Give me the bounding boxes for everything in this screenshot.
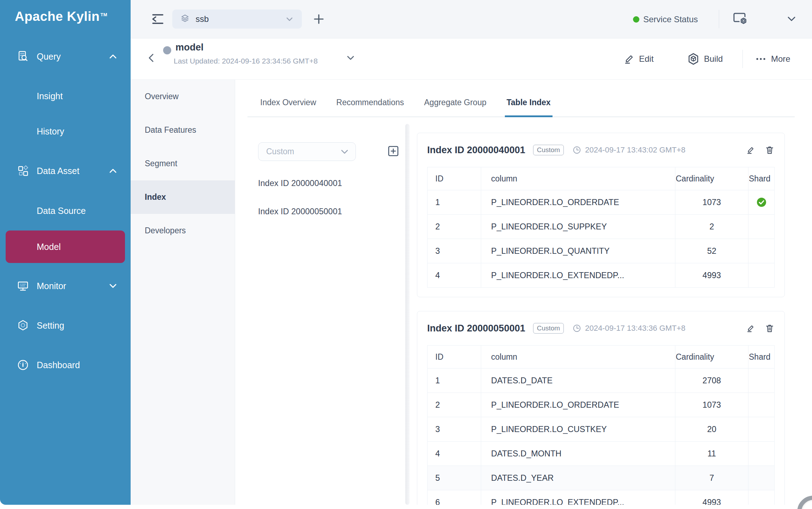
edit-label: Edit (639, 54, 653, 64)
cell-id: 3 (428, 239, 481, 263)
cell-column: P_LINEORDER.LO_EXTENDEDP... (481, 490, 675, 505)
index-filter-select[interactable]: Custom (258, 142, 356, 161)
back-icon[interactable] (147, 53, 156, 63)
cell-shard (748, 490, 775, 505)
sidebar-item-insight[interactable]: Insight (0, 85, 131, 107)
chevron-down-icon (285, 14, 294, 24)
collapse-sidebar-icon[interactable] (150, 11, 166, 27)
tab-table-index[interactable]: Table Index (505, 98, 553, 116)
build-button[interactable]: Build (687, 38, 723, 79)
monitor-icon (16, 279, 30, 293)
dashboard-icon (16, 358, 30, 372)
index-timestamp: 2024-09-17 13:43:02 GMT+8 (585, 145, 685, 155)
index-type-badge: Custom (533, 145, 564, 155)
index-list-item[interactable]: Index ID 20000050001 (258, 203, 342, 220)
admin-console-icon[interactable] (731, 9, 750, 28)
sidebar-item-label: History (37, 126, 64, 137)
col-header-column: column (481, 167, 675, 190)
delete-index-icon[interactable] (765, 323, 775, 333)
cell-shard (748, 417, 775, 442)
edit-index-icon[interactable] (746, 323, 756, 333)
cell-id: 1 (428, 190, 481, 215)
filter-placeholder: Custom (266, 147, 294, 156)
cell-cardinality: 7 (675, 466, 748, 490)
index-card-actions (746, 323, 775, 333)
table-row: 4 DATES.D_MONTH 11 (428, 442, 775, 466)
sidebar-item-dashboard[interactable]: Dashboard (0, 354, 131, 376)
index-card-header: Index ID 20000040001 Custom 2024-09-17 1… (427, 142, 775, 158)
setting-icon (16, 319, 30, 332)
sidebar-item-history[interactable]: History (0, 120, 131, 143)
edit-pencil-icon (623, 53, 635, 65)
cell-shard (748, 190, 775, 215)
sidebar-item-label: Setting (37, 321, 64, 331)
project-select[interactable]: ssb (172, 10, 302, 29)
sidebar-item-label: Model (37, 230, 61, 263)
clock-icon (572, 324, 581, 333)
sidebar-item-setting[interactable]: Setting (0, 314, 131, 337)
sidebar-item-model-active[interactable]: Model (6, 230, 125, 263)
index-timestamp: 2024-09-17 13:43:36 GMT+8 (585, 324, 685, 333)
more-label: More (771, 54, 790, 64)
model-nav-developers[interactable]: Developers (131, 214, 235, 247)
model-nav-overview[interactable]: Overview (131, 80, 235, 113)
sidebar-item-query[interactable]: Query (0, 45, 131, 68)
col-header-column: column (481, 346, 675, 369)
add-project-button[interactable] (312, 13, 325, 25)
edit-index-icon[interactable] (746, 145, 756, 155)
model-switch-chevron-icon[interactable] (345, 54, 356, 62)
cell-column: P_LINEORDER.LO_EXTENDEDP... (481, 263, 675, 288)
cell-cardinality: 1073 (675, 393, 748, 417)
service-status-link[interactable]: Service Status (643, 14, 698, 24)
model-title: model (175, 42, 204, 53)
panel-scrollbar[interactable] (405, 124, 410, 505)
sidebar-item-monitor[interactable]: Monitor (0, 275, 131, 297)
sidebar-item-data-source[interactable]: Data Source (0, 199, 131, 222)
build-label: Build (704, 54, 723, 64)
col-header-id: ID (428, 346, 481, 369)
model-status-dot (163, 46, 171, 54)
table-row: 1 DATES.D_DATE 2708 (428, 369, 775, 393)
model-nav-index[interactable]: Index (131, 180, 235, 214)
tab-recommendations[interactable]: Recommendations (335, 98, 406, 116)
divider (719, 10, 719, 28)
cell-shard (748, 369, 775, 393)
cell-id: 3 (428, 417, 481, 442)
user-menu-chevron-icon[interactable] (786, 14, 798, 24)
add-index-button[interactable] (388, 146, 399, 156)
service-status-dot (633, 16, 639, 23)
index-columns-table: ID column Cardinality Shard 1 P_LINEORDE… (427, 167, 775, 288)
cell-column: P_LINEORDER.LO_ORDERDATE (481, 190, 675, 215)
cell-shard (748, 263, 775, 288)
edit-button[interactable]: Edit (623, 38, 653, 79)
cell-shard (748, 239, 775, 263)
model-nav-data-features[interactable]: Data Features (131, 113, 235, 147)
more-button[interactable]: More (755, 38, 790, 79)
cell-id: 4 (428, 263, 481, 288)
col-header-cardinality: Cardinality (675, 167, 748, 190)
sidebar-item-data-asset[interactable]: Data Asset (0, 160, 131, 182)
index-card-title: Index ID 20000050001 (427, 323, 525, 334)
tab-index-overview[interactable]: Index Overview (258, 98, 318, 116)
index-card-header: Index ID 20000050001 Custom 2024-09-17 1… (427, 321, 775, 336)
index-content: Index Overview Recommendations Aggregate… (235, 80, 812, 505)
cell-cardinality: 4993 (675, 263, 748, 288)
cell-cardinality: 2708 (675, 369, 748, 393)
cell-id: 2 (428, 393, 481, 417)
cell-cardinality: 11 (675, 442, 748, 466)
tab-aggregate-group[interactable]: Aggregate Group (422, 98, 488, 116)
index-list-item[interactable]: Index ID 20000040001 (258, 175, 342, 192)
cell-shard (748, 466, 775, 490)
table-row: 3 P_LINEORDER.LO_QUANTITY 52 (428, 239, 775, 263)
delete-index-icon[interactable] (765, 145, 775, 155)
cell-shard (748, 215, 775, 239)
ellipsis-icon (755, 53, 767, 65)
cell-column: DATES.D_YEAR (481, 466, 675, 490)
table-header-row: ID column Cardinality Shard (428, 167, 775, 190)
col-header-shard: Shard (748, 346, 775, 369)
model-nav: Overview Data Features Segment Index Dev… (131, 80, 235, 505)
index-columns-table: ID column Cardinality Shard 1 DATES.D_DA… (427, 345, 775, 505)
model-nav-segment[interactable]: Segment (131, 147, 235, 180)
build-cube-icon (687, 53, 700, 65)
table-row: 5 DATES.D_YEAR 7 (428, 466, 775, 490)
